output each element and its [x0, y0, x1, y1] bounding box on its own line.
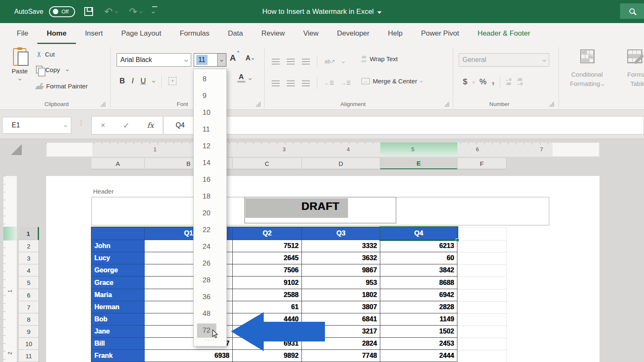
tab-review[interactable]: Review: [252, 23, 294, 44]
table-cell[interactable]: 8688: [380, 277, 457, 289]
row-header-6[interactable]: 6: [19, 289, 39, 301]
row-header-7[interactable]: 7: [19, 301, 39, 313]
alignment-dialog-launcher-icon[interactable]: [444, 102, 449, 106]
table-cell[interactable]: 3842: [380, 264, 457, 277]
table-header-q2[interactable]: Q2: [233, 227, 302, 240]
undo-dropdown-icon[interactable]: [114, 10, 117, 13]
format-painter-button[interactable]: Format Painter: [36, 83, 88, 90]
search-button[interactable]: [620, 3, 644, 19]
table-cell[interactable]: 9867: [302, 264, 380, 277]
decrease-indent-button[interactable]: ←☰: [325, 81, 334, 85]
borders-button[interactable]: +: [169, 77, 177, 85]
row-header-4[interactable]: 4: [19, 264, 39, 277]
bottom-align-button[interactable]: [302, 59, 310, 65]
font-size-option-18[interactable]: 18: [194, 188, 226, 205]
tab-file[interactable]: File: [8, 23, 37, 44]
table-cell[interactable]: 3632: [302, 252, 380, 264]
column-header-A[interactable]: A: [91, 158, 145, 169]
font-size-option-48[interactable]: 48: [194, 305, 226, 322]
grow-font-button[interactable]: A⌃: [230, 53, 240, 63]
increase-decimal-button[interactable]: ←0 .00: [505, 78, 512, 86]
font-size-option-10[interactable]: 10: [194, 104, 226, 121]
tab-home[interactable]: Home: [37, 23, 75, 44]
font-size-dropdown-button[interactable]: [217, 54, 226, 66]
tab-formulas[interactable]: Formulas: [171, 23, 219, 44]
redo-icon[interactable]: ↷: [129, 8, 138, 16]
name-box[interactable]: E1: [2, 117, 71, 134]
column-header-E[interactable]: E: [380, 158, 457, 169]
font-size-option-22[interactable]: 22: [194, 222, 226, 238]
top-align-button[interactable]: [272, 59, 280, 65]
copy-button[interactable]: Copy: [36, 66, 68, 73]
decrease-decimal-button[interactable]: .00 →0: [517, 78, 523, 86]
table-cell[interactable]: 2645: [233, 252, 302, 264]
tab-help[interactable]: Help: [379, 23, 412, 44]
font-size-option-20[interactable]: 20: [194, 205, 226, 222]
table-row-name[interactable]: Herman: [91, 301, 145, 313]
table-cell[interactable]: 2588: [233, 289, 302, 301]
font-size-option-9[interactable]: 9: [194, 88, 226, 104]
enter-icon[interactable]: ✓: [123, 121, 130, 130]
row-header-2[interactable]: 2: [19, 240, 39, 252]
font-size-option-8[interactable]: 8: [194, 71, 226, 88]
table-cell[interactable]: 3807: [302, 301, 380, 313]
align-right-button[interactable]: [302, 80, 310, 86]
table-row-name[interactable]: Jane: [91, 326, 145, 338]
table-header-q3[interactable]: Q3: [302, 227, 380, 240]
formula-input[interactable]: Q4: [164, 116, 644, 134]
currency-button[interactable]: $: [463, 77, 467, 86]
tab-developer[interactable]: Developer: [328, 23, 379, 44]
insert-function-icon[interactable]: fx: [147, 121, 154, 129]
table-row-name[interactable]: George: [91, 264, 145, 277]
tab-power-pivot[interactable]: Power Pivot: [412, 23, 468, 44]
row-header-1[interactable]: 1: [19, 227, 39, 240]
table-cell[interactable]: 2444: [380, 350, 457, 362]
table-cell[interactable]: 1802: [302, 289, 380, 301]
row-header-5[interactable]: 5: [19, 277, 39, 289]
font-size-option-24[interactable]: 24: [194, 238, 226, 255]
table-cell[interactable]: 6938: [145, 350, 233, 362]
table-cell[interactable]: 1149: [380, 313, 457, 326]
paste-button[interactable]: Paste: [8, 47, 32, 94]
font-size-option-11[interactable]: 11: [194, 121, 226, 138]
table-corner-cell[interactable]: [91, 227, 145, 240]
undo-icon[interactable]: ↶: [104, 8, 112, 16]
save-icon[interactable]: [84, 7, 93, 16]
percent-button[interactable]: %: [480, 77, 487, 86]
tab-view[interactable]: View: [294, 23, 328, 44]
row-header-3[interactable]: 3: [19, 252, 39, 264]
font-size-option-26[interactable]: 26: [194, 255, 226, 272]
tab-header-footer[interactable]: Header & Footer: [468, 23, 540, 44]
font-name-combo[interactable]: Arial Black: [117, 53, 191, 67]
font-size-option-28[interactable]: 28: [194, 272, 226, 289]
quick-access-toolbar-icon[interactable]: [152, 6, 157, 16]
select-all-icon[interactable]: [11, 144, 22, 155]
font-size-option-36[interactable]: 36: [194, 289, 226, 305]
shrink-font-button[interactable]: A⌄: [246, 54, 254, 62]
table-cell[interactable]: 1502: [380, 326, 457, 338]
window-title-wrap[interactable]: How to Insert a Watermark in Excel: [0, 8, 644, 16]
wrap-text-button[interactable]: ab c↵ Wrap Text: [361, 55, 398, 63]
bold-button[interactable]: B: [119, 77, 125, 85]
table-cell[interactable]: 6942: [380, 289, 457, 301]
table-row-name[interactable]: Bob: [91, 313, 145, 326]
clipboard-dialog-launcher-icon[interactable]: [101, 102, 105, 106]
cut-button[interactable]: ✂ Cut: [36, 50, 55, 59]
watermark-text[interactable]: DRAFT: [244, 200, 396, 213]
font-color-button[interactable]: A: [237, 74, 251, 83]
tab-data[interactable]: Data: [219, 23, 252, 44]
table-cell[interactable]: 7506: [233, 264, 302, 277]
number-format-combo[interactable]: General: [459, 53, 549, 67]
orientation-dropdown-icon[interactable]: [342, 60, 345, 63]
table-cell[interactable]: 2453: [380, 338, 457, 350]
table-cell[interactable]: 7748: [302, 350, 380, 362]
font-size-option-16[interactable]: 16: [194, 171, 226, 188]
merge-center-button[interactable]: ↔ Merge & Center: [361, 78, 422, 85]
format-as-table-button[interactable]: [627, 49, 642, 63]
table-cell[interactable]: 7512: [233, 240, 302, 252]
table-cell[interactable]: 60: [380, 252, 457, 264]
row-header-8[interactable]: 8: [19, 313, 39, 326]
table-cell[interactable]: 9892: [233, 350, 302, 362]
underline-button[interactable]: U: [140, 77, 146, 85]
table-cell[interactable]: 953: [302, 277, 380, 289]
